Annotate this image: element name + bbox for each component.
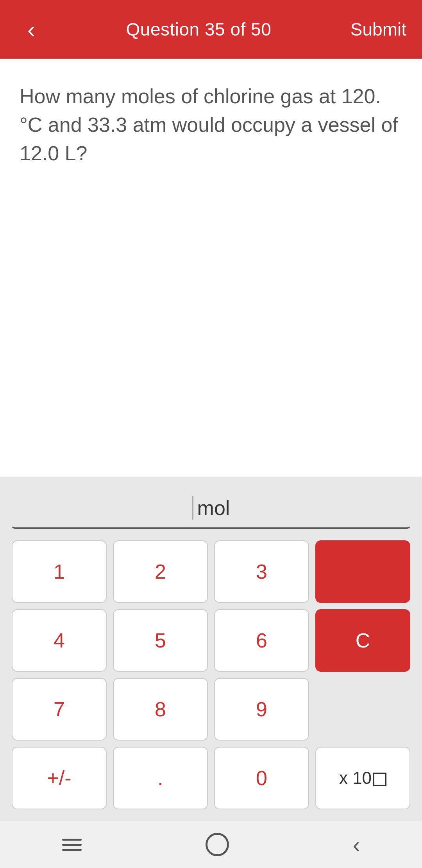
navigation-bar: ‹ bbox=[0, 821, 422, 868]
key-3[interactable]: 3 bbox=[214, 540, 309, 603]
key-sign[interactable]: +/- bbox=[12, 747, 107, 809]
key-decimal[interactable]: . bbox=[113, 747, 208, 809]
question-area: How many moles of chlorine gas at 120. °… bbox=[0, 59, 422, 183]
question-text: How many moles of chlorine gas at 120. °… bbox=[20, 82, 402, 167]
keyboard-container: mol 1 2 3 4 5 6 C 7 8 9 +/- . 0 bbox=[0, 477, 422, 821]
x10-label: x 10 bbox=[339, 768, 386, 788]
key-6[interactable]: 6 bbox=[214, 609, 309, 672]
key-9[interactable]: 9 bbox=[214, 678, 309, 741]
home-button[interactable] bbox=[206, 833, 229, 856]
key-2[interactable]: 2 bbox=[113, 540, 208, 603]
back-nav-icon: ‹ bbox=[353, 832, 360, 857]
clear-button[interactable]: C bbox=[315, 609, 410, 672]
text-cursor bbox=[192, 496, 193, 520]
key-0[interactable]: 0 bbox=[214, 747, 309, 809]
back-button[interactable]: ‹ bbox=[16, 16, 47, 43]
key-5[interactable]: 5 bbox=[113, 609, 208, 672]
submit-button[interactable]: Submit bbox=[350, 19, 406, 40]
menu-icon bbox=[62, 839, 82, 851]
input-unit: mol bbox=[197, 496, 230, 520]
key-7[interactable]: 7 bbox=[12, 678, 107, 741]
question-progress: Question 35 of 50 bbox=[126, 19, 272, 40]
backspace-button[interactable] bbox=[315, 540, 410, 603]
key-exponent[interactable]: x 10 bbox=[315, 747, 410, 809]
key-1[interactable]: 1 bbox=[12, 540, 107, 603]
key-8[interactable]: 8 bbox=[113, 678, 208, 741]
key-4[interactable]: 4 bbox=[12, 609, 107, 672]
back-nav-button[interactable]: ‹ bbox=[353, 832, 360, 857]
input-display[interactable]: mol bbox=[12, 488, 410, 529]
home-icon bbox=[206, 833, 229, 856]
menu-button[interactable] bbox=[62, 839, 82, 851]
app-header: ‹ Question 35 of 50 Submit bbox=[0, 0, 422, 59]
keypad: 1 2 3 4 5 6 C 7 8 9 +/- . 0 x 10 bbox=[12, 540, 410, 809]
